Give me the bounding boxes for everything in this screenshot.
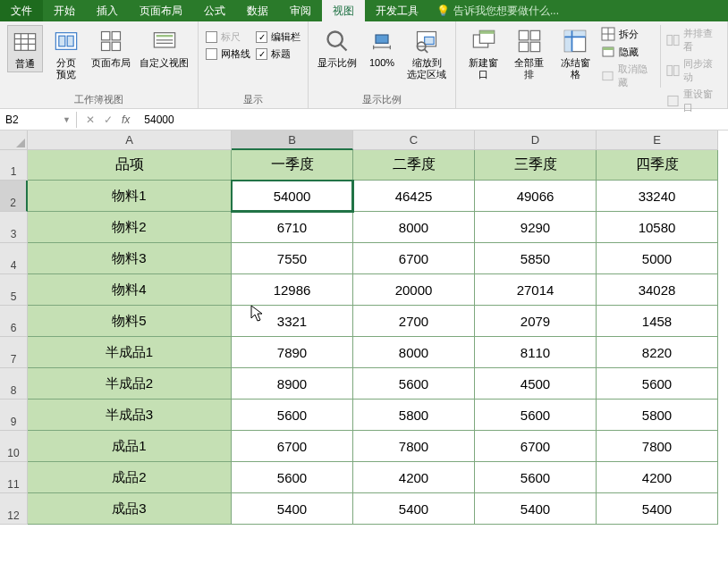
ruler-checkbox[interactable]: 标尺 bbox=[206, 30, 250, 44]
confirm-icon[interactable]: ✓ bbox=[104, 114, 113, 126]
cell[interactable]: 4200 bbox=[353, 462, 475, 493]
row-header-10[interactable]: 10 bbox=[0, 431, 28, 462]
cell[interactable]: 1458 bbox=[597, 306, 718, 337]
cell[interactable]: 5850 bbox=[475, 243, 597, 274]
cell[interactable]: 一季度 bbox=[232, 150, 353, 181]
cell[interactable]: 6700 bbox=[475, 431, 597, 462]
cell[interactable]: 8900 bbox=[232, 368, 353, 400]
cell[interactable]: 5600 bbox=[232, 400, 353, 431]
cell[interactable]: 5600 bbox=[353, 368, 475, 400]
menu-file[interactable]: 文件 bbox=[0, 0, 43, 21]
row-header-4[interactable]: 4 bbox=[0, 243, 28, 274]
menu-page-layout[interactable]: 页面布局 bbox=[129, 0, 193, 21]
cell[interactable]: 7800 bbox=[597, 431, 718, 462]
cell[interactable]: 2700 bbox=[353, 306, 475, 337]
row-header-8[interactable]: 8 bbox=[0, 368, 28, 400]
menu-developer[interactable]: 开发工具 bbox=[365, 0, 429, 21]
cell[interactable]: 物料4 bbox=[28, 274, 232, 306]
sync-scroll-button[interactable]: 同步滚动 bbox=[666, 57, 720, 84]
row-header-11[interactable]: 11 bbox=[0, 462, 28, 493]
headings-checkbox[interactable]: ✓标题 bbox=[256, 47, 301, 61]
col-header-D[interactable]: D bbox=[475, 130, 597, 150]
cell[interactable]: 8000 bbox=[353, 212, 475, 243]
cell[interactable]: 8220 bbox=[597, 337, 718, 368]
cell[interactable]: 半成品1 bbox=[28, 337, 232, 368]
cancel-icon[interactable]: ✕ bbox=[86, 114, 95, 126]
cell[interactable]: 12986 bbox=[232, 274, 353, 306]
formula-input[interactable] bbox=[139, 112, 728, 128]
arrange-all-button[interactable]: 全部重排 bbox=[509, 25, 549, 82]
cell[interactable]: 品项 bbox=[28, 150, 232, 181]
hide-button[interactable]: 隐藏 bbox=[601, 45, 655, 59]
cell[interactable]: 物料5 bbox=[28, 306, 232, 337]
cell[interactable]: 5600 bbox=[597, 368, 718, 400]
cell[interactable]: 2079 bbox=[475, 306, 597, 337]
normal-view-button[interactable]: 普通 bbox=[7, 25, 43, 72]
cell[interactable]: 7800 bbox=[353, 431, 475, 462]
menu-data[interactable]: 数据 bbox=[236, 0, 279, 21]
formula-bar-checkbox[interactable]: ✓编辑栏 bbox=[256, 30, 301, 44]
custom-views-button[interactable]: 自定义视图 bbox=[138, 25, 190, 71]
cell[interactable]: 20000 bbox=[353, 274, 475, 306]
page-layout-view-button[interactable]: 页面布局 bbox=[89, 25, 132, 71]
row-header-3[interactable]: 3 bbox=[0, 212, 28, 243]
cell[interactable]: 成品2 bbox=[28, 462, 232, 493]
page-break-preview-button[interactable]: 分页 预览 bbox=[48, 25, 84, 82]
cell[interactable]: 5000 bbox=[597, 243, 718, 274]
cell[interactable]: 5600 bbox=[475, 400, 597, 431]
tell-me-search[interactable]: 💡告诉我您想要做什么... bbox=[429, 0, 566, 21]
cell[interactable]: 6700 bbox=[232, 431, 353, 462]
cell[interactable]: 27014 bbox=[475, 274, 597, 306]
cell[interactable]: 5600 bbox=[475, 462, 597, 493]
row-header-5[interactable]: 5 bbox=[0, 274, 28, 306]
cell[interactable]: 5400 bbox=[597, 493, 718, 525]
cell[interactable]: 四季度 bbox=[597, 150, 718, 181]
select-all-corner[interactable] bbox=[0, 130, 28, 150]
row-header-9[interactable]: 9 bbox=[0, 400, 28, 431]
cell[interactable]: 46425 bbox=[353, 181, 475, 212]
name-box[interactable]: B2 ▼ bbox=[0, 112, 77, 128]
cell[interactable]: 33240 bbox=[597, 181, 718, 212]
col-header-A[interactable]: A bbox=[28, 130, 232, 150]
fx-icon[interactable]: fx bbox=[122, 114, 130, 126]
cell[interactable]: 物料2 bbox=[28, 212, 232, 243]
row-header-12[interactable]: 12 bbox=[0, 493, 28, 525]
cell[interactable]: 5400 bbox=[353, 493, 475, 525]
menu-home[interactable]: 开始 bbox=[43, 0, 86, 21]
cell[interactable]: 4200 bbox=[597, 462, 718, 493]
cell[interactable]: 成品1 bbox=[28, 431, 232, 462]
menu-review[interactable]: 审阅 bbox=[279, 0, 322, 21]
zoom-100-button[interactable]: 100% bbox=[364, 25, 400, 71]
zoom-to-selection-button[interactable]: 缩放到 选定区域 bbox=[405, 25, 448, 82]
cell[interactable]: 5400 bbox=[475, 493, 597, 525]
gridlines-checkbox[interactable]: 网格线 bbox=[206, 47, 250, 61]
cell[interactable]: 6700 bbox=[353, 243, 475, 274]
col-header-E[interactable]: E bbox=[597, 130, 718, 150]
cell[interactable]: 半成品3 bbox=[28, 400, 232, 431]
cell[interactable]: 8000 bbox=[353, 337, 475, 368]
new-window-button[interactable]: 新建窗口 bbox=[463, 25, 504, 82]
menu-view[interactable]: 视图 bbox=[322, 0, 365, 21]
cell[interactable]: 34028 bbox=[597, 274, 718, 306]
cell[interactable]: 三季度 bbox=[475, 150, 597, 181]
cell[interactable]: 5800 bbox=[353, 400, 475, 431]
zoom-button[interactable]: 显示比例 bbox=[316, 25, 359, 71]
col-header-B[interactable]: B bbox=[232, 130, 353, 150]
cell[interactable]: 9290 bbox=[475, 212, 597, 243]
row-header-2[interactable]: 2 bbox=[0, 181, 28, 212]
cell[interactable]: 5800 bbox=[597, 400, 718, 431]
cell[interactable]: 半成品2 bbox=[28, 368, 232, 400]
cell[interactable]: 5400 bbox=[232, 493, 353, 525]
reset-pos-button[interactable]: 重设窗口 bbox=[666, 88, 720, 114]
menu-insert[interactable]: 插入 bbox=[86, 0, 129, 21]
cell[interactable]: 7890 bbox=[232, 337, 353, 368]
cell[interactable]: 8110 bbox=[475, 337, 597, 368]
cell[interactable]: 物料1 bbox=[28, 181, 232, 212]
menu-formulas[interactable]: 公式 bbox=[193, 0, 236, 21]
cell[interactable]: 54000 bbox=[232, 181, 353, 212]
cell[interactable]: 物料3 bbox=[28, 243, 232, 274]
cell[interactable]: 49066 bbox=[475, 181, 597, 212]
row-header-1[interactable]: 1 bbox=[0, 150, 28, 181]
cell[interactable]: 7550 bbox=[232, 243, 353, 274]
cell[interactable]: 二季度 bbox=[353, 150, 475, 181]
